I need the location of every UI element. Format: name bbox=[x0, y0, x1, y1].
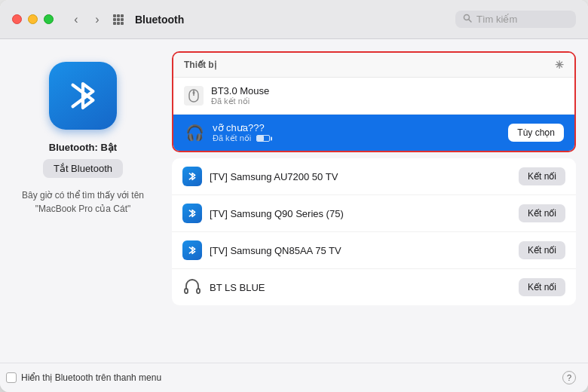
svg-line-10 bbox=[469, 20, 472, 23]
other-device-item-2[interactable]: [TV] Samsung QN85AA 75 TV Kết nối bbox=[172, 232, 576, 269]
other-device-item-1[interactable]: [TV] Samsung Q90 Series (75) Kết nối bbox=[172, 195, 576, 232]
connect-button-3[interactable]: Kết nối bbox=[519, 278, 565, 296]
bluetooth-icon-container bbox=[49, 62, 117, 130]
mouse-icon bbox=[184, 86, 204, 106]
devices-section: Thiết bị ✳ BT3.0 Mouse Đã kết nối bbox=[172, 51, 576, 152]
connect-button-0[interactable]: Kết nối bbox=[519, 167, 565, 185]
device-item-mouse[interactable]: BT3.0 Mouse Đã kết nối bbox=[173, 78, 574, 115]
window: ‹ › Bluetooth Tìm kiếm bbox=[0, 0, 588, 392]
right-panel: Thiết bị ✳ BT3.0 Mouse Đã kết nối bbox=[166, 39, 588, 363]
bluetooth-small-icon-0 bbox=[182, 167, 202, 186]
earbuds-device-name: vỡ chưa??? bbox=[213, 122, 501, 133]
bluetooth-description: Bây giờ có thể tìm thấy với tên "MacBook… bbox=[15, 188, 151, 216]
search-bar[interactable]: Tìm kiếm bbox=[455, 11, 576, 28]
maximize-button[interactable] bbox=[44, 14, 54, 24]
device-item-earbuds[interactable]: 🎧 vỡ chưa??? Đã kết nối Tùy chọn bbox=[173, 115, 574, 151]
toggle-bluetooth-button[interactable]: Tắt Bluetooth bbox=[43, 159, 123, 178]
devices-header-label: Thiết bị bbox=[184, 60, 216, 70]
svg-point-13 bbox=[193, 91, 195, 94]
mouse-device-info: BT3.0 Mouse Đã kết nối bbox=[211, 85, 564, 106]
loading-spinner: ✳ bbox=[555, 59, 564, 71]
svg-rect-6 bbox=[113, 22, 116, 25]
main-content: Bluetooth: Bật Tắt Bluetooth Bây giờ có … bbox=[0, 39, 588, 363]
svg-rect-2 bbox=[121, 14, 124, 17]
other-device-item-0[interactable]: [TV] Samsung AU7200 50 TV Kết nối bbox=[172, 158, 576, 195]
connect-button-2[interactable]: Kết nối bbox=[519, 241, 565, 259]
earbuds-device-subtext: Đã kết nối bbox=[213, 133, 501, 143]
window-title: Bluetooth bbox=[135, 14, 455, 26]
checkbox-area: Hiển thị Bluetooth trên thanh menu bbox=[6, 372, 556, 383]
earbuds-options-button[interactable]: Tùy chọn bbox=[508, 124, 564, 142]
other-device-name-2: [TV] Samsung QN85AA 75 TV bbox=[210, 245, 511, 256]
bluetooth-logo bbox=[63, 76, 103, 115]
back-button[interactable]: ‹ bbox=[66, 11, 87, 28]
checkbox-label: Hiển thị Bluetooth trên thanh menu bbox=[21, 372, 161, 383]
svg-rect-15 bbox=[197, 289, 200, 293]
other-devices-section: [TV] Samsung AU7200 50 TV Kết nối [TV] S… bbox=[172, 158, 576, 305]
titlebar: ‹ › Bluetooth Tìm kiếm bbox=[0, 0, 588, 39]
svg-rect-0 bbox=[113, 14, 116, 17]
help-button[interactable]: ? bbox=[562, 371, 576, 384]
earbuds-icon: 🎧 bbox=[184, 122, 205, 143]
connect-button-1[interactable]: Kết nối bbox=[519, 204, 565, 222]
footer: Hiển thị Bluetooth trên thanh menu ? bbox=[0, 363, 588, 392]
traffic-lights bbox=[12, 14, 54, 24]
svg-rect-3 bbox=[113, 18, 116, 21]
svg-rect-7 bbox=[117, 22, 120, 25]
search-placeholder: Tìm kiếm bbox=[476, 14, 517, 25]
svg-rect-8 bbox=[121, 22, 124, 25]
sidebar: Bluetooth: Bật Tắt Bluetooth Bây giờ có … bbox=[0, 39, 166, 363]
devices-section-header: Thiết bị ✳ bbox=[173, 53, 574, 78]
search-icon bbox=[463, 14, 472, 25]
other-device-name-1: [TV] Samsung Q90 Series (75) bbox=[210, 208, 511, 219]
show-bluetooth-checkbox[interactable] bbox=[6, 372, 17, 383]
bluetooth-small-icon-1 bbox=[182, 204, 202, 223]
minimize-button[interactable] bbox=[28, 14, 38, 24]
svg-rect-4 bbox=[117, 18, 120, 21]
svg-rect-1 bbox=[117, 14, 120, 17]
mouse-device-name: BT3.0 Mouse bbox=[211, 85, 564, 96]
forward-button[interactable]: › bbox=[87, 11, 108, 28]
close-button[interactable] bbox=[12, 14, 22, 24]
grid-button[interactable] bbox=[108, 11, 129, 28]
mouse-device-subtext: Đã kết nối bbox=[211, 96, 564, 106]
other-device-name-0: [TV] Samsung AU7200 50 TV bbox=[210, 171, 511, 182]
bluetooth-small-icon-2 bbox=[182, 240, 202, 260]
headphone-icon bbox=[182, 277, 202, 297]
other-device-name-3: BT LS BLUE bbox=[210, 282, 511, 293]
other-device-item-3[interactable]: BT LS BLUE Kết nối bbox=[172, 269, 576, 305]
earbuds-device-info: vỡ chưa??? Đã kết nối bbox=[213, 122, 501, 143]
svg-rect-5 bbox=[121, 18, 124, 21]
bluetooth-status: Bluetooth: Bật bbox=[49, 142, 117, 153]
svg-rect-14 bbox=[185, 289, 188, 293]
